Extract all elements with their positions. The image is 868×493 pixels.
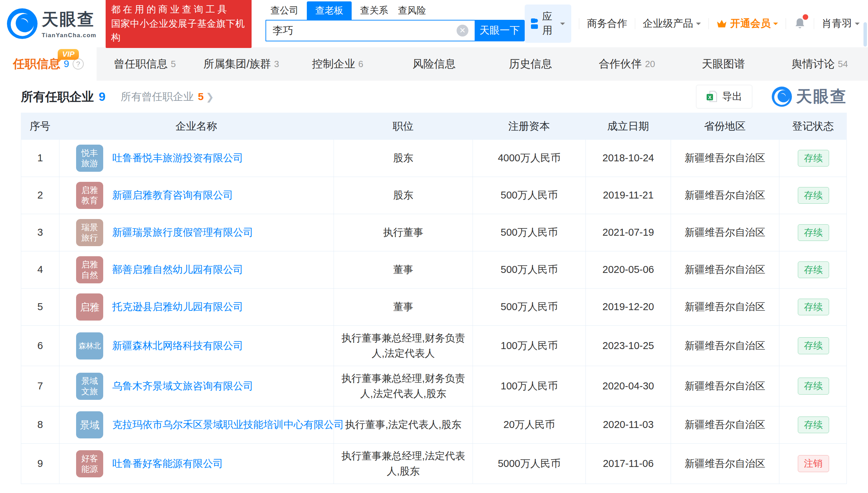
former-companies-link[interactable]: 所有曾任职企业5❯ xyxy=(121,90,214,104)
company-logo-badge[interactable]: 启雅 xyxy=(76,293,103,321)
section-title: 所有任职企业 xyxy=(21,89,94,105)
tab-count: 20 xyxy=(645,59,655,70)
province-cell: 新疆维吾尔自治区 xyxy=(671,251,779,288)
vip-badge: VIP xyxy=(58,49,79,60)
user-menu[interactable]: 肖青羽 xyxy=(822,17,860,31)
status-cell: 存续 xyxy=(779,289,847,325)
company-logo-badge[interactable]: 启雅教育 xyxy=(76,182,103,209)
company-link[interactable]: 新疆瑞景旅行度假管理有限公司 xyxy=(112,225,253,240)
company-link[interactable]: 新疆启雅教育咨询有限公司 xyxy=(112,188,233,203)
page: 天眼查 TianYanCha.com 都在用的商业查询工具 国家中小企业发展子基… xyxy=(0,0,868,493)
header-capital: 注册资本 xyxy=(473,119,586,134)
clear-input-icon[interactable]: ✕ xyxy=(457,25,468,37)
company-link[interactable]: 新疆森林北网络科技有限公司 xyxy=(112,338,243,354)
menu-item-vip[interactable]: 开通会员 xyxy=(716,17,778,31)
search-tab-company[interactable]: 查公司 xyxy=(265,1,303,20)
search-input[interactable] xyxy=(265,20,475,41)
chevron-right-icon: ❯ xyxy=(206,91,214,102)
table-row: 8景域克拉玛依市乌尔禾区景域职业技能培训中心有限公司执行董事,法定代表人,股东2… xyxy=(21,406,846,444)
status-badge: 存续 xyxy=(798,261,829,278)
logo-text: 天眼查 xyxy=(42,8,97,31)
company-logo-badge[interactable]: 瑞景旅行 xyxy=(76,219,103,246)
company-link[interactable]: 乌鲁木齐景域文旅咨询有限公司 xyxy=(112,379,253,394)
company-logo-badge[interactable]: 森林北 xyxy=(76,332,103,359)
row-seq: 8 xyxy=(21,406,59,443)
search-button[interactable]: 天眼一下 xyxy=(475,20,525,41)
row-seq: 1 xyxy=(21,140,59,177)
tab-label: 合作伙伴 xyxy=(599,57,642,71)
menu-item-business[interactable]: 商务合作 xyxy=(587,17,627,31)
province-cell: 新疆维吾尔自治区 xyxy=(671,140,779,177)
province-cell: 新疆维吾尔自治区 xyxy=(671,366,779,406)
search-tab-boss[interactable]: 查老板 xyxy=(307,1,352,20)
company-cell: 启雅自然鄯善启雅自然幼儿园有限公司 xyxy=(59,251,334,288)
apps-grid-icon xyxy=(531,18,538,29)
tab-history-info[interactable]: 历史信息 xyxy=(482,47,579,81)
company-link[interactable]: 克拉玛依市乌尔禾区景域职业技能培训中心有限公司 xyxy=(112,417,344,433)
position-cell: 股东 xyxy=(334,140,473,177)
tab-graph[interactable]: 天眼图谱 xyxy=(675,47,772,81)
export-label: 导出 xyxy=(722,90,742,104)
apps-menu-button[interactable]: 应用 xyxy=(525,5,571,43)
company-link[interactable]: 吐鲁番好客能源有限公司 xyxy=(112,456,223,471)
company-logo-badge[interactable]: 好客能源 xyxy=(76,450,103,477)
company-logo-badge[interactable]: 景域 xyxy=(76,411,103,438)
province-cell: 新疆维吾尔自治区 xyxy=(671,326,779,366)
export-button[interactable]: X 导出 xyxy=(696,85,752,108)
header-position: 职位 xyxy=(334,119,473,134)
company-logo-badge[interactable]: 景域文旅 xyxy=(76,373,103,400)
company-link[interactable]: 吐鲁番悦丰旅游投资有限公司 xyxy=(112,151,243,166)
notifications-bell-icon[interactable] xyxy=(794,17,806,30)
top-menu: 应用 商务合作 企业级产品 开通会员 xyxy=(525,5,860,43)
tab-risk-info[interactable]: 风险信息 xyxy=(386,47,483,81)
help-icon[interactable]: ? xyxy=(73,58,84,70)
company-cell: 森林北新疆森林北网络科技有限公司 xyxy=(59,326,334,366)
tab-controlled-companies[interactable]: 控制企业 6 xyxy=(289,47,386,81)
tianyancha-logo-icon xyxy=(7,8,38,39)
company-link[interactable]: 鄯善启雅自然幼儿园有限公司 xyxy=(112,262,243,277)
province-cell: 新疆维吾尔自治区 xyxy=(671,177,779,214)
former-companies-label: 所有曾任职企业 xyxy=(121,91,194,102)
status-cell: 存续 xyxy=(779,177,847,214)
status-badge: 存续 xyxy=(798,224,829,241)
row-seq: 3 xyxy=(21,214,59,251)
table-row: 3瑞景旅行新疆瑞景旅行度假管理有限公司执行董事500万人民币2021-07-19… xyxy=(21,214,846,251)
tab-label: 舆情讨论 xyxy=(792,57,835,71)
tab-positions-active[interactable]: VIP 任职信息 9 ? xyxy=(0,47,97,81)
scrollbar-thumb[interactable] xyxy=(863,22,867,47)
status-badge: 注销 xyxy=(798,455,829,472)
tab-count: 54 xyxy=(838,59,848,70)
tab-label: 控制企业 xyxy=(312,57,355,71)
tianyancha-logo[interactable]: 天眼查 TianYanCha.com xyxy=(7,8,97,39)
search-tab-relation[interactable]: 查关系 xyxy=(355,1,393,20)
tab-label: 历史信息 xyxy=(509,57,552,71)
status-cell: 存续 xyxy=(779,366,847,406)
tab-count: 5 xyxy=(171,59,176,70)
search-tab-risk[interactable]: 查风险 xyxy=(393,1,431,20)
date-cell: 2020-11-03 xyxy=(586,406,671,443)
province-cell: 新疆维吾尔自治区 xyxy=(671,214,779,251)
row-seq: 6 xyxy=(21,326,59,366)
position-cell: 董事 xyxy=(334,289,473,325)
tab-partners[interactable]: 合作伙伴 20 xyxy=(579,47,675,81)
date-cell: 2019-11-21 xyxy=(586,177,671,214)
menu-item-enterprise[interactable]: 企业级产品 xyxy=(643,17,701,31)
company-logo-badge[interactable]: 启雅自然 xyxy=(76,256,103,283)
capital-cell: 4000万人民币 xyxy=(473,140,586,177)
crown-icon xyxy=(716,19,727,29)
divider xyxy=(635,18,635,29)
tab-group-family[interactable]: 所属集团/族群 3 xyxy=(193,47,290,81)
date-cell: 2017-11-06 xyxy=(586,444,671,484)
status-cell: 存续 xyxy=(779,251,847,288)
company-logo-badge[interactable]: 悦丰旅游 xyxy=(76,145,103,172)
company-cell: 好客能源吐鲁番好客能源有限公司 xyxy=(59,444,334,484)
company-link[interactable]: 托克逊县启雅幼儿园有限公司 xyxy=(112,299,243,315)
tab-public-opinion[interactable]: 舆情讨论 54 xyxy=(772,47,868,81)
chevron-down-icon xyxy=(560,23,565,27)
status-cell: 存续 xyxy=(779,406,847,443)
position-cell: 执行董事兼总经理,法定代表人,股东 xyxy=(334,444,473,484)
tab-former-positions[interactable]: 曾任职信息 5 xyxy=(97,47,193,81)
company-cell: 启雅教育新疆启雅教育咨询有限公司 xyxy=(59,177,334,214)
search-tabs: 查公司 查老板 查关系 查风险 xyxy=(265,1,525,20)
company-cell: 悦丰旅游吐鲁番悦丰旅游投资有限公司 xyxy=(59,140,334,177)
